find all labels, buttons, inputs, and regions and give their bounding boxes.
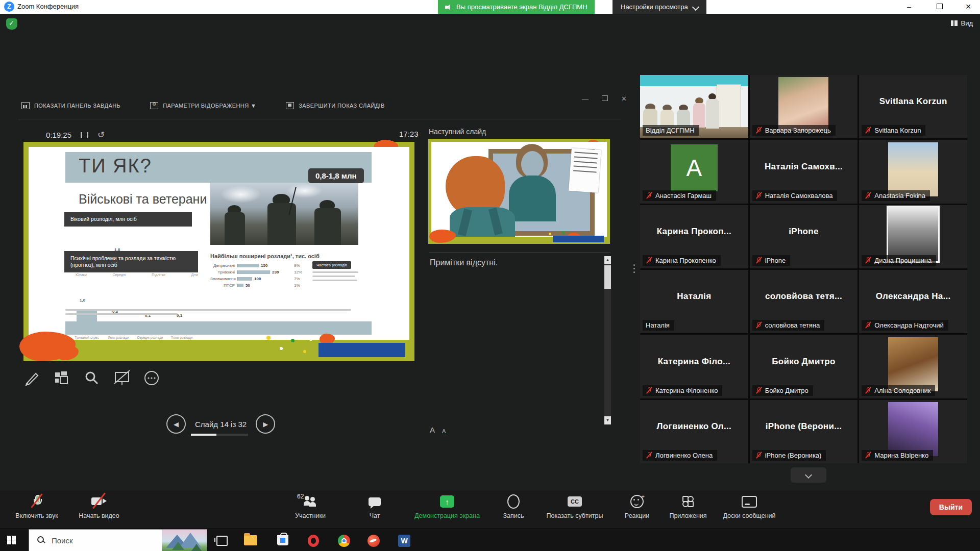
participant-tile[interactable]: iPhone iPhone [750, 205, 858, 268]
more-participants-button[interactable] [791, 467, 826, 483]
unmute-button[interactable]: Включить звук [7, 494, 66, 519]
display-options-button[interactable]: ПАРАМЕТРИ ВІДОБРАЖЕННЯ ▼ [150, 102, 256, 109]
opera-icon[interactable] [306, 533, 321, 547]
chat-icon [369, 497, 381, 506]
participant-display-name: Svitlana Korzun [859, 96, 967, 107]
participant-tile[interactable]: Варвара Запорожець [750, 75, 858, 138]
muted-mic-icon [865, 452, 871, 459]
participant-name-label: Бойко Дмитро [765, 387, 808, 394]
presenter-window-controls: — ✕ [582, 95, 627, 103]
participant-tile[interactable]: Диана Процишина [859, 205, 967, 268]
participant-display-name: Наталія Самохв... [750, 162, 858, 172]
black-screen-button[interactable] [113, 369, 129, 387]
file-explorer-icon[interactable] [244, 533, 258, 547]
view-layout-button[interactable]: Вид [951, 19, 973, 27]
muted-mic-icon [755, 321, 762, 329]
muted-mic-icon [755, 192, 762, 199]
participant-tile[interactable]: Аліна Солодовник [859, 335, 967, 398]
previous-slide-button[interactable]: ◀ [166, 414, 186, 434]
muted-mic-icon [755, 127, 762, 134]
participant-name-label: Аліна Солодовник [874, 387, 930, 394]
minimize-button[interactable]: – [900, 0, 918, 13]
show-taskbar-button[interactable]: ПОКАЗАТИ ПАНЕЛЬ ЗАВДАНЬ [21, 102, 120, 109]
next-slide-label: Наступний слайд [429, 128, 486, 136]
scrollbar-thumb[interactable] [604, 265, 611, 289]
word-icon[interactable]: W [397, 533, 411, 547]
participant-name-label: Олександра Надточий [874, 321, 943, 329]
participant-tile[interactable]: Anastasia Fokina [859, 140, 967, 203]
search-icon [37, 536, 45, 544]
severity-chart-header: Психічні проблеми та розлади за тяжкістю… [64, 251, 198, 272]
screen: Z Zoom Конференция Вы просматриваете экр… [0, 0, 980, 551]
participant-tile[interactable]: Віддiл ДСГПМН [640, 75, 748, 138]
notes-scrollbar[interactable]: ▲ ▼ [604, 256, 611, 424]
chrome-icon[interactable] [337, 533, 351, 547]
participant-tile[interactable]: соловйова тетя... соловйова тетяна [750, 270, 858, 333]
apps-button[interactable]: Приложения [664, 494, 713, 519]
search-box[interactable]: Поиск [29, 529, 207, 551]
presenter-restore-button[interactable] [602, 95, 608, 103]
participant-tile[interactable]: Логвиненко Ол... Логвиненко Олена [640, 400, 748, 463]
participant-tile[interactable]: Бойко Дмитро Бойко Дмитро [750, 335, 858, 398]
participant-display-name: Наталія [640, 291, 748, 302]
participant-name-label: Логвиненко Олена [655, 452, 713, 459]
end-slideshow-button[interactable]: ЗАВЕРШИТИ ПОКАЗ СЛАЙДІВ [286, 102, 385, 109]
participant-tile[interactable]: Марина Візіренко [859, 400, 967, 463]
next-slide-button[interactable]: ▶ [256, 414, 275, 434]
font-decrease-button[interactable]: A [442, 428, 446, 434]
participant-tile[interactable]: Наталія Наталія [640, 270, 748, 333]
browser-icon[interactable] [366, 533, 381, 547]
view-settings-dropdown[interactable]: Настройки просмотра [612, 0, 706, 14]
see-all-slides-button[interactable] [54, 369, 69, 387]
task-view-button[interactable] [216, 536, 228, 546]
participant-display-name: Олександра На... [859, 291, 967, 302]
whiteboards-button[interactable]: Доски сообщений [715, 494, 784, 519]
participant-tile[interactable]: A Анастасія Гармаш [640, 140, 748, 203]
participant-tile[interactable]: Карина Прокоп... Карина Прокопенко [640, 205, 748, 268]
captions-button[interactable]: CC Показать субтитры [539, 494, 610, 519]
record-button[interactable]: Запись [492, 494, 535, 519]
participant-tile[interactable]: Svitlana Korzun Svitlana Korzun [859, 75, 967, 138]
current-slide[interactable]: ТИ ЯК? Військові та ветерани Віковий роз… [23, 142, 414, 361]
participant-tile[interactable]: Катерина Філо... Катерина Філоненко [640, 335, 748, 398]
font-increase-button[interactable]: A [430, 425, 435, 434]
participants-button[interactable]: 62 Участники [280, 494, 341, 519]
muted-mic-icon [646, 387, 652, 394]
restore-button[interactable] [931, 0, 948, 13]
participants-count: 62 [297, 493, 304, 500]
more-options-button[interactable] [143, 369, 158, 387]
start-video-button[interactable]: Начать видео [68, 494, 130, 519]
participant-tile[interactable]: iPhone (Верони... iPhone (Вероника) [750, 400, 858, 463]
reactions-button[interactable]: + Реакции [617, 494, 657, 519]
display-options-icon [150, 102, 158, 109]
participant-display-name: соловйова тетя... [750, 291, 858, 302]
zoom-app-icon: Z [4, 2, 14, 12]
security-shield-icon[interactable] [6, 18, 17, 30]
zoom-slide-button[interactable] [84, 369, 99, 387]
windows-taskbar: Поиск W ↑ Temps rise [0, 529, 980, 551]
scroll-up-arrow[interactable]: ▲ [604, 256, 611, 264]
presenter-minimize-button[interactable]: — [582, 95, 589, 103]
notes-text: Примітки відсутні. [430, 258, 498, 267]
participant-tile[interactable]: Олександра На... Олександра Надточий [859, 270, 967, 333]
presenter-close-button[interactable]: ✕ [621, 95, 627, 103]
panel-splitter-handle[interactable] [633, 264, 635, 280]
window-title: Zoom Конференция [17, 3, 79, 10]
start-button[interactable] [7, 536, 16, 544]
presentation-timer: 0:19:25 ↺ [46, 130, 105, 140]
pen-tool-button[interactable] [24, 369, 40, 387]
restart-timer-button[interactable]: ↺ [97, 130, 105, 140]
viewing-screen-text: Вы просматриваете экран Віддiл ДСГПМН [456, 3, 587, 11]
participant-tile[interactable]: Наталія Самохв... Наталія Самохвалова [750, 140, 858, 203]
microsoft-store-icon[interactable] [276, 533, 290, 547]
pause-timer-button[interactable] [81, 132, 88, 138]
next-slide-thumbnail[interactable] [428, 139, 610, 244]
scroll-down-arrow[interactable]: ▼ [604, 416, 611, 424]
apps-icon [682, 496, 694, 507]
speaker-icon [445, 5, 452, 10]
share-screen-label: Демонстрация экрана [402, 512, 492, 519]
close-button[interactable]: ✕ [960, 0, 977, 13]
share-screen-button[interactable]: ↑ Демонстрация экрана [402, 494, 492, 519]
leave-button[interactable]: Выйти [930, 499, 972, 515]
chat-button[interactable]: Чат [354, 494, 395, 519]
